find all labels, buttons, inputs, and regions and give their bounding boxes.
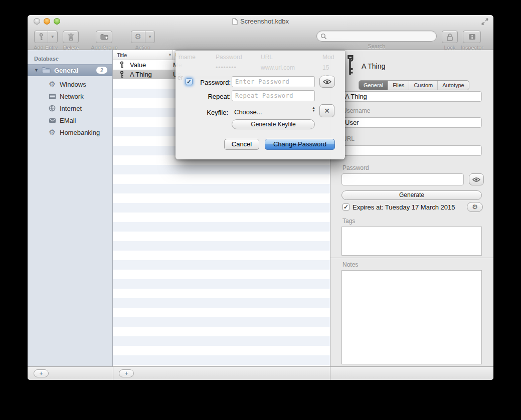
- app-window: Screenshot.kdbx ▼ Add Entry: [28, 15, 493, 380]
- notes-field[interactable]: [341, 270, 482, 364]
- tab-autotype[interactable]: Autotype: [437, 81, 468, 90]
- key-icon: [119, 71, 125, 78]
- search-label: Search: [368, 43, 385, 49]
- column-divider[interactable]: [172, 50, 173, 60]
- cancel-button[interactable]: Cancel: [224, 139, 259, 150]
- chevron-down-icon[interactable]: ▼: [48, 31, 57, 43]
- keyfile-popup[interactable]: Choose...: [234, 108, 262, 116]
- sidebar-group-general[interactable]: ▼ General 2: [28, 64, 112, 76]
- window-title: Screenshot.kdbx: [240, 18, 289, 25]
- change-password-button[interactable]: Change Password: [265, 139, 335, 150]
- title-field[interactable]: [341, 91, 482, 102]
- pane-divider: [113, 367, 113, 380]
- url-field[interactable]: [341, 145, 482, 156]
- disclosure-triangle-icon[interactable]: ▼: [34, 68, 39, 73]
- password-field[interactable]: [341, 173, 464, 185]
- key-icon: [344, 55, 356, 76]
- tab-files[interactable]: Files: [388, 81, 409, 90]
- search-icon: [320, 33, 327, 40]
- server-icon: [48, 93, 57, 100]
- inspector-button[interactable]: [463, 31, 481, 43]
- section-divider: [330, 258, 493, 258]
- delete-button[interactable]: [63, 31, 79, 43]
- stepper-icon[interactable]: ▲▼: [312, 106, 315, 112]
- change-password-sheet: rname Password URL Mod •••••••• www.url.…: [176, 50, 345, 159]
- tags-field[interactable]: [341, 227, 482, 256]
- sidebar-item-homebanking[interactable]: ⚙ Homebanking: [28, 126, 112, 138]
- desktop: { "window": { "title": "Screenshot.kdbx"…: [0, 0, 521, 420]
- trash-icon: [68, 33, 74, 41]
- window-chrome: Screenshot.kdbx ▼ Add Entry: [28, 15, 493, 50]
- tab-general[interactable]: General: [359, 81, 388, 90]
- expires-checkbox[interactable]: ✓: [342, 203, 350, 211]
- eye-icon: [323, 79, 331, 85]
- eye-icon: [472, 177, 480, 182]
- add-entry-button[interactable]: ▼: [34, 31, 58, 43]
- show-password-button[interactable]: [319, 76, 335, 88]
- show-password-button[interactable]: [469, 173, 484, 185]
- tab-custom[interactable]: Custom: [409, 81, 437, 90]
- gear-icon: ⚙: [48, 81, 57, 88]
- sidebar-item-internet[interactable]: Internet: [28, 102, 112, 114]
- sidebar-item-windows[interactable]: ⚙ Windows: [28, 78, 112, 90]
- add-entry-footer-button[interactable]: +: [119, 369, 134, 377]
- column-header-title[interactable]: Title: [117, 52, 127, 58]
- inspector-panel: A Thing General Files Custom Autotype Us…: [330, 50, 493, 366]
- sidebar-group-label: General: [54, 67, 78, 74]
- sort-descending-icon: ▼: [168, 53, 172, 57]
- notes-label: Notes: [342, 261, 358, 268]
- password-label: Password: [342, 164, 369, 171]
- group-count-badge: 2: [96, 67, 107, 74]
- add-group-button[interactable]: [96, 31, 112, 43]
- gear-icon: ⚙: [48, 129, 57, 136]
- clear-keyfile-button[interactable]: ✕: [319, 104, 334, 117]
- sidebar-item-network[interactable]: Network: [28, 90, 112, 102]
- globe-icon: [48, 105, 57, 112]
- tags-label: Tags: [342, 218, 355, 225]
- repeat-password-input[interactable]: [232, 90, 315, 101]
- key-icon: [35, 31, 48, 43]
- inspector-entry-title: A Thing: [362, 62, 385, 70]
- add-group-footer-button[interactable]: +: [34, 369, 49, 377]
- envelope-icon: [48, 118, 57, 123]
- title-bar[interactable]: Screenshot.kdbx: [28, 15, 493, 28]
- sidebar-section-header: Database: [34, 56, 59, 62]
- repeat-label: Repeat:: [186, 93, 231, 100]
- folder-plus-icon: [100, 34, 108, 40]
- document-icon: [232, 18, 238, 25]
- gear-icon: ⚙: [131, 31, 145, 43]
- username-field[interactable]: [341, 117, 482, 128]
- toolbar: ▼ Add Entry Delete Add Group: [28, 28, 493, 50]
- bottom-bar: + +: [28, 366, 493, 380]
- password-input[interactable]: [232, 76, 315, 87]
- expires-label: Expires at: Tuesday 17 March 2015: [353, 203, 455, 211]
- lock-button[interactable]: [442, 31, 458, 43]
- username-label: Username: [342, 107, 370, 114]
- fullscreen-icon[interactable]: [481, 18, 488, 25]
- inspector-tabs: General Files Custom Autotype: [359, 80, 469, 90]
- info-icon: [468, 34, 476, 40]
- chevron-down-icon[interactable]: ▼: [145, 31, 154, 43]
- folder-icon: [42, 67, 51, 74]
- gear-icon: ⚙: [472, 203, 478, 211]
- sidebar: Database ▼ General 2 ⚙ Windows Net: [28, 50, 113, 366]
- key-icon: [119, 61, 125, 69]
- expires-settings-button[interactable]: ⚙: [467, 202, 483, 212]
- generate-password-button[interactable]: Generate: [341, 190, 482, 200]
- password-label: Password:: [186, 79, 231, 86]
- lock-open-icon: [446, 33, 453, 41]
- pane-divider: [330, 367, 330, 380]
- search-input[interactable]: [316, 31, 437, 42]
- keyfile-label: Keyfile:: [183, 109, 228, 116]
- sidebar-item-email[interactable]: EMail: [28, 114, 112, 126]
- generate-keyfile-button[interactable]: Generate Keyfile: [232, 119, 315, 129]
- action-button[interactable]: ⚙ ▼: [131, 31, 155, 43]
